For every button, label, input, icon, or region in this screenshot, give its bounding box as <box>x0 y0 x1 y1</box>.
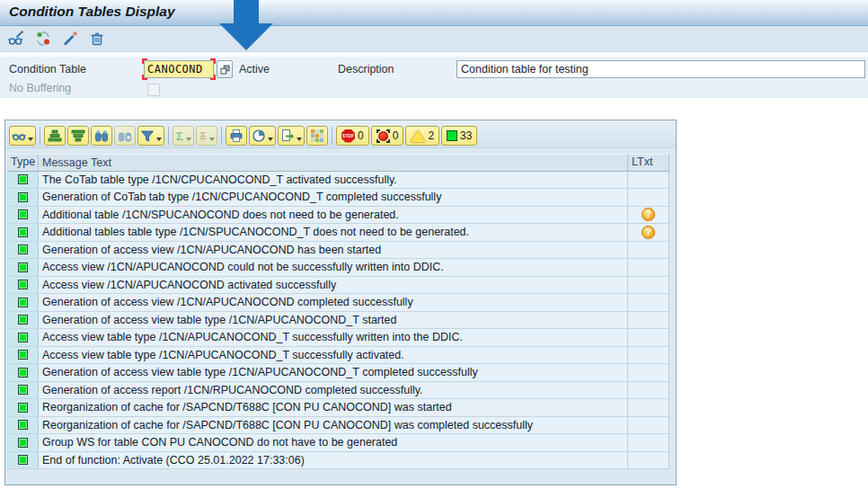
sort-asc-button[interactable] <box>44 126 66 146</box>
views-icon <box>252 129 266 143</box>
stop-count: 0 <box>358 129 364 142</box>
focus-corner-icon <box>142 75 147 80</box>
success-status-icon <box>18 350 28 360</box>
condition-table-input[interactable] <box>144 60 214 78</box>
filter-button[interactable] <box>137 126 164 146</box>
red-circle-icon <box>376 129 390 143</box>
display-change-button[interactable] <box>7 30 25 48</box>
success-status-icon <box>18 280 28 289</box>
application-toolbar <box>0 26 868 52</box>
delete-button[interactable] <box>88 30 106 48</box>
success-status-icon <box>18 455 28 465</box>
message-text: Generation of access view table type /1C… <box>42 366 478 378</box>
table-row[interactable]: Access view table type /1CN/APUCANOCOND_… <box>7 347 669 365</box>
no-buffering-label: No Buffering <box>9 82 71 94</box>
table-row[interactable]: Generation of access view /1CN/APUCANOCO… <box>7 294 669 312</box>
table-row[interactable]: Group WS for table CON PU CANOCOND do no… <box>7 434 669 452</box>
column-header-message-text[interactable]: Message Text <box>39 154 628 172</box>
subtotal-button[interactable]: Σ <box>196 126 217 146</box>
sort-desc-button[interactable] <box>67 126 89 146</box>
views-button[interactable] <box>249 126 276 146</box>
find-icon <box>94 129 109 143</box>
message-text: Additional table /1CN/SPUCANOCOND does n… <box>42 209 399 221</box>
annotation-arrow-icon <box>219 0 273 51</box>
check-button[interactable] <box>34 30 52 48</box>
value-help-button[interactable] <box>217 60 233 78</box>
table-row[interactable]: Generation of access view table type /1C… <box>7 364 669 382</box>
focus-corner-icon <box>210 75 216 80</box>
success-status-icon <box>18 315 28 325</box>
success-count: 33 <box>460 129 472 142</box>
glasses-pencil-icon <box>8 31 24 47</box>
find-button[interactable] <box>91 126 112 146</box>
long-text-button[interactable]: ? <box>642 208 655 221</box>
success-status-icon <box>18 262 28 272</box>
page-title: Condition Tables Display <box>9 4 175 20</box>
check-consistency-icon <box>35 31 51 47</box>
message-text: Group WS for table CON PU CANOCOND do no… <box>42 436 397 449</box>
stop-count-button[interactable]: STOP 0 <box>336 126 369 146</box>
success-status-icon <box>18 403 28 413</box>
header-form: Condition Table Active Description No Bu… <box>0 57 868 98</box>
table-row[interactable]: Additional tables table type /1CN/SPUCAN… <box>7 224 669 242</box>
sum-button[interactable]: Σ <box>173 126 194 146</box>
activate-button[interactable] <box>61 30 79 48</box>
sort-ascending-icon <box>48 129 62 143</box>
details-button[interactable] <box>9 126 36 146</box>
table-row[interactable]: Additional table /1CN/SPUCANOCOND does n… <box>7 207 669 225</box>
focus-corner-icon <box>210 58 216 64</box>
column-header-ltxt[interactable]: LTxt <box>628 154 669 172</box>
table-row[interactable]: Generation of CoTab tab type /1CN/CPUCAN… <box>7 189 669 207</box>
status-text: Active <box>239 63 270 76</box>
sap-window: Condition Tables Display <box>0 0 868 489</box>
filter-icon <box>140 129 155 143</box>
table-row[interactable]: Generation of access report /1CN/RPUCANO… <box>7 382 669 400</box>
message-text: Reorganization of cache for /SAPCND/T688… <box>42 401 452 413</box>
green-square-icon <box>447 130 457 141</box>
description-input[interactable] <box>456 60 865 78</box>
success-count-button[interactable]: 33 <box>441 126 477 146</box>
message-text: Access view table type /1CN/APUCANOCOND_… <box>42 331 463 343</box>
error-count: 0 <box>393 129 399 142</box>
subtotal-icon: Σ <box>200 130 207 141</box>
find-next-icon <box>118 129 132 143</box>
success-status-icon <box>18 333 28 342</box>
success-status-icon <box>18 192 28 202</box>
trash-icon <box>89 31 105 47</box>
message-text: Reorganization of cache for /SAPCND/T688… <box>42 419 533 431</box>
message-text: Access view /1CN/APUCANOCOND could not b… <box>42 261 444 273</box>
table-row[interactable]: Generation of access view /1CN/APUCANOCO… <box>7 242 669 260</box>
find-next-button[interactable] <box>114 126 136 146</box>
layout-button[interactable] <box>306 126 328 146</box>
table-row[interactable]: Generation of access view table type /1C… <box>7 312 669 330</box>
message-text: Additional tables table type /1CN/SPUCAN… <box>42 226 469 238</box>
long-text-button[interactable]: ? <box>642 226 655 239</box>
table-row[interactable]: Access view /1CN/APUCANOCOND activated s… <box>7 277 669 295</box>
toolbar-separator <box>40 127 40 145</box>
table-header-row: Type Message Text LTxt <box>7 154 669 172</box>
details-icon <box>12 129 26 143</box>
focus-corner-icon <box>142 58 147 64</box>
table-row[interactable]: Reorganization of cache for /SAPCND/T688… <box>7 399 669 417</box>
print-button[interactable] <box>226 126 247 146</box>
yellow-triangle-icon <box>411 130 425 142</box>
condition-table-field-wrap <box>144 60 214 78</box>
table-row[interactable]: The CoTab table type /1CN/CPUCANOCOND_T … <box>7 172 669 190</box>
message-text: Access view /1CN/APUCANOCOND activated s… <box>42 279 336 291</box>
table-row[interactable]: End of function: Activate (CCO 25.01.202… <box>7 452 669 470</box>
title-bar: Condition Tables Display <box>0 0 868 26</box>
success-status-icon <box>18 174 28 184</box>
overlapping-squares-icon <box>219 64 231 76</box>
message-text: Generation of access view /1CN/APUCANOCO… <box>42 244 381 256</box>
table-row[interactable]: Access view table type /1CN/APUCANOCOND_… <box>7 329 669 347</box>
sum-icon: Σ <box>176 129 183 143</box>
table-row[interactable]: Access view /1CN/APUCANOCOND could not b… <box>7 259 669 277</box>
column-header-type[interactable]: Type <box>7 154 39 172</box>
table-row[interactable]: Reorganization of cache for /SAPCND/T688… <box>7 417 669 435</box>
toolbar-separator <box>332 127 332 145</box>
warning-count-button[interactable]: 2 <box>405 126 439 146</box>
export-button[interactable] <box>278 126 305 146</box>
error-count-button[interactable]: 0 <box>371 126 404 146</box>
alv-toolbar: Σ Σ <box>5 120 676 148</box>
no-buffering-checkbox[interactable] <box>147 84 160 96</box>
